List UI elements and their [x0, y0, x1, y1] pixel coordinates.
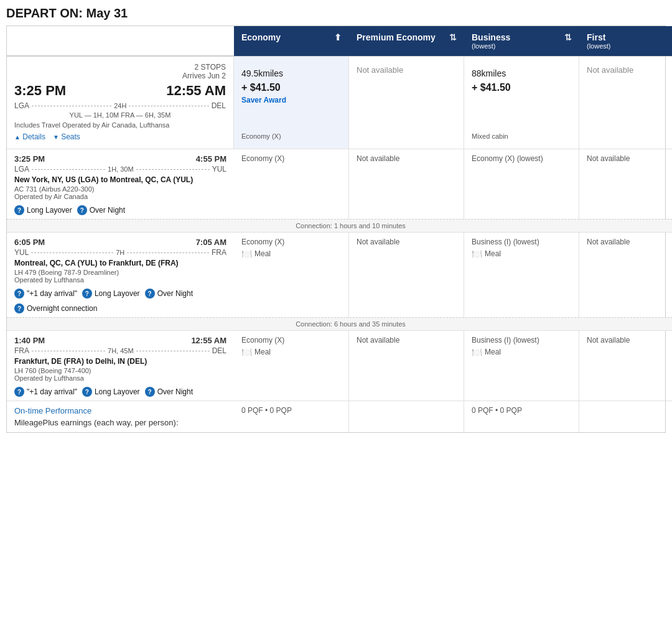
seg1-operator: Operated by Air Canada: [14, 193, 226, 200]
info-icon-2[interactable]: ?: [77, 205, 87, 215]
seg2-times: 6:05 PM 7:05 AM: [14, 238, 226, 247]
seg2-economy-meal-row: 🍽️ Meal: [241, 249, 341, 259]
seg1-badge-overnight-label: Over Night: [90, 206, 125, 215]
seg1-dep-airport: LGA: [14, 165, 29, 174]
details-link[interactable]: ▲ Details: [14, 132, 45, 141]
seg3-badge-overnight-label: Over Night: [157, 387, 193, 396]
seg1-badges: ? Long Layover ? Over Night: [14, 205, 226, 215]
seg3-first-cell: Not available: [579, 330, 672, 400]
arrives-label: Arrives Jun 2: [182, 72, 226, 80]
seg1-premium-cell: Not available: [349, 149, 464, 219]
seg3-times: 1:40 PM 12:55 AM: [14, 336, 226, 345]
depart-header: DEPART ON: May 31: [6, 6, 666, 21]
meal-icon-3: 🍽️: [241, 347, 252, 357]
main-flight-info: 2 STOPS Arrives Jun 2 3:25 PM 12:55 AM L…: [7, 56, 234, 149]
premium-sort-icon[interactable]: ⇅: [449, 32, 457, 42]
seg3-dep-airport: FRA: [14, 346, 29, 355]
seg2-premium-na: Not available: [357, 238, 399, 246]
seg3-flight-cell: 1:40 PM 12:55 AM FRA 7H, 45M DEL Frankfu…: [7, 330, 234, 400]
meal-icon-4: 🍽️: [472, 347, 482, 357]
seg3-premium-na: Not available: [357, 336, 399, 345]
seg3-dashes2: [136, 351, 210, 351]
seg1-economy-cell: Economy (X): [234, 149, 349, 219]
on-time-link[interactable]: On-time Performance: [14, 406, 91, 415]
footer-business-earnings: 0 PQF • 0 PQP: [464, 400, 579, 432]
seg3-economy-cabin: Economy (X): [241, 336, 341, 345]
seg3-dashes: [32, 351, 105, 351]
footer-premium-earnings: [349, 400, 464, 432]
footer-economy-earnings: 0 PQF • 0 PQP: [234, 400, 349, 432]
seg2-badges: ? "+1 day arrival" ? Long Layover ? Over…: [14, 289, 226, 313]
economy-sort-icon[interactable]: ⬆: [334, 32, 342, 42]
seats-link[interactable]: ▼ Seats: [53, 132, 80, 141]
connection1-bar: Connection: 1 hours and 10 minutes: [7, 219, 672, 232]
col-header-first: First (lowest) ⇅: [579, 26, 672, 56]
seg1-arr-time: 4:55 PM: [196, 154, 226, 164]
info-icon-7[interactable]: ?: [14, 387, 24, 397]
seg2-premium-cell: Not available: [349, 232, 464, 317]
seg2-arr-time: 7:05 AM: [196, 238, 226, 247]
seg1-premium-na: Not available: [357, 154, 399, 163]
info-icon-5[interactable]: ?: [145, 289, 155, 299]
seg1-dashes2: [136, 169, 210, 170]
connection2-bar: Connection: 6 hours and 35 minutes: [7, 317, 672, 330]
seg2-first-cell: Not available: [579, 232, 672, 317]
seg2-dep-airport: YUL: [14, 248, 29, 257]
seg3-aircraft: LH 760 (Boeing 747-400): [14, 367, 226, 374]
seg1-business-cabin: Economy (X) (lowest): [472, 154, 543, 163]
seg2-aircraft: LH 479 (Boeing 787-9 Dreamliner): [14, 269, 226, 276]
seg3-first-na: Not available: [587, 336, 630, 345]
premium-label: Premium Economy: [357, 32, 436, 42]
page: DEPART ON: May 31 Economy ⬆ Premium Econ…: [0, 0, 672, 439]
main-business-price-cell[interactable]: 88kmiles + $41.50 Mixed cabin: [464, 56, 579, 149]
seg2-route-detail: Montreal, QC, CA (YUL) to Frankfurt, DE …: [14, 259, 226, 267]
footer-first-earnings: [579, 400, 672, 432]
seg2-operator: Operated by Lufthansa: [14, 276, 226, 284]
seg1-dashes: [32, 169, 105, 170]
main-includes: Includes Travel Operated by Air Canada, …: [14, 121, 226, 129]
economy-award: Saver Award: [241, 96, 341, 104]
economy-miles-label: miles: [263, 68, 283, 78]
stops-label: 2 STOPS: [195, 63, 226, 72]
seg3-business-cell: Business (I) (lowest) 🍽️ Meal: [464, 330, 579, 400]
seg1-badge-overnight: ? Over Night: [77, 205, 125, 215]
seg3-arr-airport: DEL: [212, 346, 226, 355]
economy-earnings: 0 PQF • 0 PQP: [241, 406, 292, 415]
seg3-badges: ? "+1 day arrival" ? Long Layover ? Over…: [14, 387, 226, 397]
seg3-badge-overnight: ? Over Night: [145, 387, 193, 397]
info-icon-1[interactable]: ?: [14, 205, 24, 215]
business-label: Business: [472, 32, 510, 42]
col-header-premium: Premium Economy ⇅: [349, 26, 464, 56]
seg2-badge-long-layover-label: Long Layover: [95, 289, 140, 298]
economy-cabin-label: Economy (X): [241, 126, 341, 140]
mileage-label: MileagePlus earnings (each way, per pers…: [14, 418, 179, 427]
info-icon-4[interactable]: ?: [82, 289, 92, 299]
seg3-duration: 7H, 45M: [108, 347, 134, 354]
seg1-route-detail: New York, NY, US (LGA) to Montreal, QC, …: [14, 175, 226, 184]
main-arr-airport: DEL: [212, 101, 226, 110]
economy-price-inner: 49.5kmiles + $41.50 Saver Award Economy …: [241, 65, 341, 140]
seg2-dep-time: 6:05 PM: [14, 238, 45, 247]
business-cabin-label: Mixed cabin: [472, 126, 571, 140]
seg2-business-meal-row: 🍽️ Meal: [472, 249, 571, 259]
info-icon-6[interactable]: ?: [14, 303, 24, 313]
seg3-operator: Operated by Lufthansa: [14, 374, 226, 382]
info-icon-8[interactable]: ?: [82, 387, 92, 397]
business-sub: (lowest): [472, 42, 510, 50]
first-sub: (lowest): [587, 42, 611, 50]
seg1-arr-airport: YUL: [212, 165, 226, 174]
main-route-dashes: [32, 106, 111, 106]
business-sort-icon[interactable]: ⇅: [564, 32, 572, 42]
info-icon-3[interactable]: ?: [14, 289, 24, 299]
seg3-business-cabin: Business (I) (lowest): [472, 336, 571, 345]
economy-miles: 49.5kmiles: [241, 65, 341, 80]
seg3-badge-long-layover: ? Long Layover: [82, 387, 140, 397]
main-route-dashes2: [129, 106, 208, 106]
seg1-route-row: LGA 1H, 30M YUL: [14, 165, 226, 174]
seg2-dashes: [31, 252, 113, 253]
seg1-first-na: Not available: [587, 154, 630, 163]
seg1-times: 3:25 PM 4:55 PM: [14, 154, 226, 164]
main-economy-price-cell[interactable]: 49.5kmiles + $41.50 Saver Award Economy …: [234, 56, 349, 149]
seg2-business-cabin: Business (I) (lowest): [472, 238, 571, 246]
info-icon-9[interactable]: ?: [145, 387, 155, 397]
